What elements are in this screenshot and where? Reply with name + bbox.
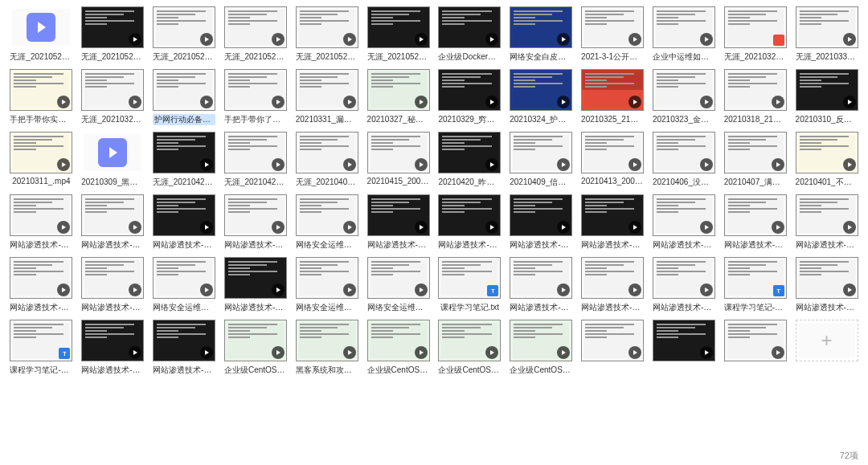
play-icon <box>343 346 356 359</box>
file-item[interactable]: 20210420_昨晚... <box>436 132 503 188</box>
play-icon <box>200 221 213 234</box>
file-grid: 无涯_20210520_...无涯_20210521_...无涯_2021052… <box>0 0 868 382</box>
file-item[interactable]: 网站渗透技术-01... <box>508 257 575 313</box>
file-item[interactable]: 网站渗透技术-05... <box>223 257 289 313</box>
file-label: 企业级CentOS系... <box>438 365 501 376</box>
file-item[interactable]: 网站渗透技术-09... <box>8 257 75 313</box>
file-item[interactable]: T课程学习笔记-01... <box>8 320 75 376</box>
file-item[interactable]: 无涯_20210402_... <box>293 132 360 188</box>
file-thumbnail <box>367 69 430 111</box>
file-item[interactable]: T课程学习笔记-02... <box>722 257 788 313</box>
file-item[interactable]: 20210325_21世... <box>579 69 646 125</box>
file-item[interactable]: 20210324_护网... <box>508 69 575 125</box>
file-item[interactable]: 护网行动必备技... <box>151 69 218 125</box>
file-label: 网络安全运维班... <box>153 302 215 313</box>
file-label: 黑客系统和攻防... <box>296 365 358 376</box>
file-item[interactable]: 网站渗透技术-07... <box>579 194 646 251</box>
file-item[interactable]: 网站渗透技术-02... <box>436 194 503 251</box>
play-icon <box>415 283 428 296</box>
file-item[interactable]: 无涯_20210528_... <box>293 6 360 63</box>
file-item[interactable]: 网络安全运维班... <box>365 257 432 313</box>
file-item[interactable]: 网络安全运维班... <box>293 257 360 313</box>
file-thumbnail <box>296 132 358 173</box>
file-item[interactable]: + <box>793 320 860 376</box>
file-item[interactable]: 20210331_漏洞... <box>293 69 360 125</box>
file-item[interactable]: 无涯_20210520_... <box>8 6 75 63</box>
file-item[interactable]: 20210407_满足... <box>722 132 788 188</box>
file-item[interactable]: 网站渗透技术-01... <box>151 194 218 251</box>
file-thumbnail <box>81 320 144 361</box>
file-thumbnail <box>724 132 787 173</box>
file-item[interactable]: 20210409_信不... <box>508 132 575 188</box>
play-icon <box>557 96 570 108</box>
file-item[interactable]: 无涯_20210529_... <box>365 6 432 63</box>
file-thumbnail <box>153 194 215 236</box>
file-item[interactable]: 20210318_21世... <box>722 69 788 125</box>
file-item[interactable]: 网络安全运维班... <box>151 257 218 313</box>
file-item[interactable]: 网站渗透技术-02... <box>508 194 575 251</box>
file-item[interactable]: 网站渗透技术-06... <box>223 194 289 251</box>
file-item[interactable] <box>579 320 646 376</box>
file-item[interactable]: 企业级CentOS系... <box>436 320 503 376</box>
play-icon <box>772 221 784 234</box>
pdf-badge-icon <box>773 35 784 46</box>
file-item[interactable]: 无涯_20210424_... <box>151 132 218 188</box>
file-item[interactable]: 网站渗透技术-06... <box>80 257 146 313</box>
file-item[interactable]: 企业级Docker容... <box>436 6 503 63</box>
file-item[interactable]: 无涯_20210330_... <box>793 6 860 63</box>
file-item[interactable]: 企业级CentOS系... <box>508 320 575 376</box>
play-icon <box>129 33 141 46</box>
txt-badge-icon: T <box>487 285 498 296</box>
file-item[interactable]: 无涯_20210521_... <box>80 6 146 63</box>
file-item[interactable]: 20210309_黑客... <box>80 132 146 188</box>
file-item[interactable]: 手把手带你了解... <box>223 69 289 125</box>
file-item[interactable]: 网站渗透技术-05... <box>80 194 146 251</box>
file-label: 网站渗透技术-04... <box>367 239 430 251</box>
file-item[interactable]: 网站渗透技术-02... <box>793 257 860 313</box>
file-item[interactable]: 无涯_20210423_... <box>223 132 289 188</box>
file-item[interactable]: 20210311_.mp4 <box>8 132 75 188</box>
file-item[interactable]: 20210310_反黑... <box>793 69 860 125</box>
file-item[interactable]: 无涯_20210522_... <box>151 6 218 63</box>
file-item[interactable]: 企业中运维如对... <box>651 6 718 63</box>
file-item[interactable]: 网络安全白皮书V... <box>508 6 575 63</box>
file-item[interactable]: 企业级CentOS系... <box>223 320 289 376</box>
file-item[interactable] <box>722 320 788 376</box>
file-item[interactable]: 网站渗透技术-08... <box>793 194 860 251</box>
file-item[interactable]: 20210323_金三... <box>651 69 718 125</box>
file-item[interactable]: 网站渗透技术-02... <box>80 320 146 376</box>
file-item[interactable]: 20210415_2005... <box>365 132 432 188</box>
file-item[interactable]: 手把手带你实现... <box>8 69 75 125</box>
file-item[interactable]: 无涯_20210328_... <box>722 6 788 63</box>
file-thumbnail <box>796 132 858 173</box>
file-item[interactable]: 2021-3-1公开课... <box>579 6 646 63</box>
play-icon <box>628 283 641 296</box>
file-item[interactable] <box>651 320 718 376</box>
txt-badge-icon: T <box>773 285 784 296</box>
file-item[interactable]: 网站渗透技术-03... <box>651 257 718 313</box>
file-item[interactable]: 无涯_20210527_... <box>223 6 289 63</box>
file-thumbnail <box>510 194 572 236</box>
file-item[interactable]: 20210401_不会... <box>793 132 860 188</box>
file-item[interactable]: 20210413_2005... <box>579 132 646 188</box>
file-label: 20210401_不会... <box>796 177 858 188</box>
file-item[interactable]: 无涯_20210326_... <box>80 69 146 125</box>
file-thumbnail <box>10 69 72 111</box>
file-thumbnail <box>296 69 358 111</box>
file-thumbnail <box>510 257 572 299</box>
file-item[interactable]: T课程学习笔记.txt <box>436 257 503 313</box>
file-item[interactable]: 网站渗透技术-03... <box>651 194 718 251</box>
file-label: 20210415_2005... <box>367 177 430 186</box>
file-item[interactable]: 20210327_秘钥... <box>365 69 432 125</box>
file-item[interactable]: 企业级CentOS系... <box>365 320 432 376</box>
file-item[interactable]: 网站渗透技术-04... <box>579 257 646 313</box>
file-item[interactable]: 黑客系统和攻防... <box>293 320 360 376</box>
file-item[interactable]: 20210329_穷追... <box>436 69 503 125</box>
file-item[interactable]: 网站渗透技术-10... <box>722 194 788 251</box>
file-item[interactable]: 网络安全运维班... <box>293 194 360 251</box>
file-item[interactable]: 网站渗透技术-04... <box>365 194 432 251</box>
play-icon <box>415 96 428 108</box>
file-item[interactable]: 网站渗透技术-03... <box>8 194 75 251</box>
file-item[interactable]: 20210406_没注... <box>651 132 718 188</box>
file-item[interactable]: 网站渗透技术-02... <box>151 320 218 376</box>
